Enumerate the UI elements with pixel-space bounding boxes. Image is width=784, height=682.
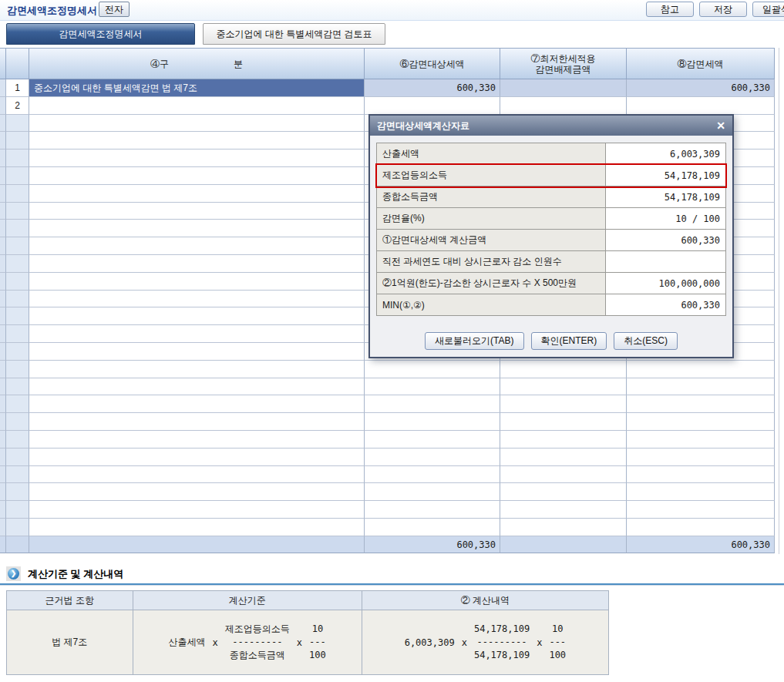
cell-col7[interactable] xyxy=(500,519,627,536)
cell-col7[interactable] xyxy=(500,361,627,378)
cell-col8[interactable] xyxy=(627,519,775,536)
tab-1[interactable]: 감면세액조정명세서 xyxy=(6,23,195,45)
cell-col8[interactable] xyxy=(627,466,775,484)
cell-gubun[interactable] xyxy=(29,361,365,378)
reload-button[interactable]: 새로불러오기(TAB) xyxy=(425,332,523,350)
electronic-badge-button[interactable]: 전자 xyxy=(99,2,130,17)
cell-gubun[interactable] xyxy=(29,501,365,519)
action-button-1[interactable]: 참고 xyxy=(646,2,694,17)
cell-col7[interactable] xyxy=(500,466,627,484)
dialog-row: MIN(①,②)600,330 xyxy=(377,294,725,316)
cell-gubun[interactable] xyxy=(29,449,365,466)
totals-gubun xyxy=(29,536,365,553)
cell-col8[interactable]: 600,330 xyxy=(627,79,775,97)
cell-gubun[interactable] xyxy=(29,343,365,361)
cell-gubun[interactable] xyxy=(29,395,365,413)
dialog-row-value[interactable]: 600,330 xyxy=(606,294,725,315)
confirm-button[interactable]: 확인(ENTER) xyxy=(531,332,607,350)
cell-gubun[interactable] xyxy=(29,466,365,484)
basis-f1-bottom: 종합소득금액 xyxy=(230,649,285,662)
detail-f2-bottom: 100 xyxy=(549,649,566,662)
cell-gubun[interactable] xyxy=(29,431,365,449)
cell-col6[interactable] xyxy=(365,501,500,519)
cell-col6[interactable] xyxy=(365,395,500,413)
cell-col7[interactable] xyxy=(500,431,627,449)
cell-gubun[interactable]: 중소기업에 대한 특별세액감면 법 제7조 xyxy=(29,79,365,97)
cell-col6[interactable] xyxy=(365,413,500,431)
cell-col8[interactable] xyxy=(627,483,775,501)
cell-col7[interactable] xyxy=(500,501,627,519)
cell-col6[interactable] xyxy=(365,466,500,484)
basis-fraction1: 제조업등의소득 --------- 종합소득금액 xyxy=(225,623,290,662)
cell-col7[interactable] xyxy=(500,413,627,431)
calc-table: 근거법 조항 계산기준 ② 계산내역 법 제7조 산출세액 x 제조업등의소득 … xyxy=(6,590,609,675)
dialog-row-value[interactable]: 10 / 100 xyxy=(606,208,725,229)
cell-col7[interactable] xyxy=(500,483,627,501)
table-row xyxy=(0,361,776,378)
cell-gubun[interactable] xyxy=(29,519,365,536)
dialog-title: 감면대상세액계산자료 xyxy=(377,119,469,133)
cell-gubun[interactable] xyxy=(29,97,365,115)
cell-gubun[interactable] xyxy=(29,132,365,150)
cell-col6[interactable] xyxy=(365,378,500,396)
cell-gubun[interactable] xyxy=(29,483,365,501)
cell-gubun[interactable] xyxy=(29,115,365,133)
cell-col7[interactable] xyxy=(500,378,627,396)
cell-col7[interactable] xyxy=(500,395,627,413)
detail-f1-bottom: 54,178,109 xyxy=(474,649,530,662)
dialog-row-value[interactable]: 100,000,000 xyxy=(606,273,725,294)
cell-col8[interactable] xyxy=(627,413,775,431)
cell-gubun[interactable] xyxy=(29,273,365,291)
cell-col7[interactable] xyxy=(500,449,627,466)
cell-col8[interactable] xyxy=(627,97,775,115)
cell-col6[interactable] xyxy=(365,97,500,115)
close-icon[interactable]: ✕ xyxy=(716,120,725,131)
cell-col6[interactable] xyxy=(365,361,500,378)
dialog-row: 감면율(%)10 / 100 xyxy=(377,208,725,230)
cell-gubun[interactable] xyxy=(29,255,365,273)
dialog-row-value[interactable]: 600,330 xyxy=(606,230,725,250)
dialog-row-value[interactable]: 54,178,109 xyxy=(606,165,725,186)
action-button-2[interactable]: 저장 xyxy=(699,2,747,17)
chevron-right-icon: ❯ xyxy=(6,566,21,581)
cell-col7[interactable] xyxy=(500,79,627,97)
cell-col6[interactable] xyxy=(365,449,500,466)
cell-gubun[interactable] xyxy=(29,307,365,325)
tab-2[interactable]: 중소기업에 대한 특별세액감면 검토표 xyxy=(203,23,385,45)
cancel-button[interactable]: 취소(ESC) xyxy=(614,332,678,350)
calc-section-header: ❯ 계산기준 및 계산내역 xyxy=(6,566,123,581)
cell-gubun[interactable] xyxy=(29,185,365,203)
cell-gubun[interactable] xyxy=(29,220,365,237)
dialog-row-value[interactable] xyxy=(606,251,725,272)
dialog-row-value[interactable]: 6,003,309 xyxy=(606,143,725,164)
cell-col8[interactable] xyxy=(627,501,775,519)
cell-gubun[interactable] xyxy=(29,413,365,431)
totals-col8: 600,330 xyxy=(627,536,775,553)
detail-f1-top: 54,178,109 xyxy=(474,623,530,636)
calc-header-law: 근거법 조항 xyxy=(7,591,133,610)
dialog-row-value[interactable]: 54,178,109 xyxy=(606,186,725,207)
cell-gubun[interactable] xyxy=(29,378,365,396)
calc-detail-cell: 6,003,309 x 54,178,109 --------- 54,178,… xyxy=(362,610,608,674)
action-button-3[interactable]: 일괄삭 xyxy=(752,2,784,17)
cell-gubun[interactable] xyxy=(29,237,365,255)
basis-f1-top: 제조업등의소득 xyxy=(225,623,290,636)
dialog-row: 종합소득금액54,178,109 xyxy=(377,186,725,208)
col7-line1: ⑦최저한세적용 xyxy=(531,53,596,64)
cell-gubun[interactable] xyxy=(29,203,365,220)
cell-col6[interactable] xyxy=(365,519,500,536)
cell-col7[interactable] xyxy=(500,97,627,115)
cell-col8[interactable] xyxy=(627,449,775,466)
cell-gubun[interactable] xyxy=(29,291,365,308)
row-number xyxy=(6,115,29,133)
cell-col6[interactable] xyxy=(365,431,500,449)
cell-gubun[interactable] xyxy=(29,167,365,185)
cell-col8[interactable] xyxy=(627,395,775,413)
cell-col6[interactable] xyxy=(365,483,500,501)
cell-col8[interactable] xyxy=(627,431,775,449)
cell-col6[interactable]: 600,330 xyxy=(365,79,500,97)
cell-col8[interactable] xyxy=(627,378,775,396)
cell-col8[interactable] xyxy=(627,361,775,378)
cell-gubun[interactable] xyxy=(29,150,365,167)
cell-gubun[interactable] xyxy=(29,325,365,343)
